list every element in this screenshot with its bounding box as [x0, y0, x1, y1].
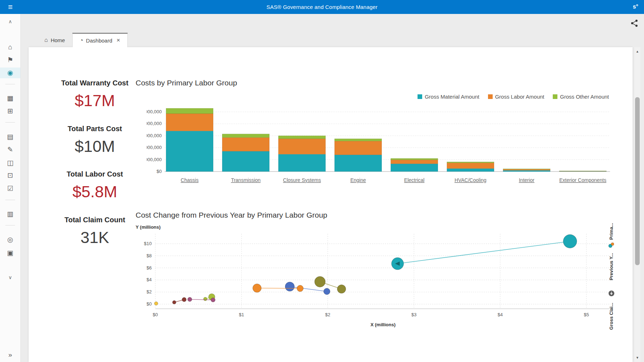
- vertical-scrollbar[interactable]: ▲ ▼: [634, 47, 640, 362]
- bar-segment[interactable]: [391, 160, 438, 164]
- category-label[interactable]: HVAC/Cooling: [454, 177, 486, 183]
- bar-segment[interactable]: [166, 114, 213, 131]
- bubble-closure-systems[interactable]: [324, 288, 330, 295]
- sidebar-item-archive[interactable]: ⊞: [0, 106, 20, 116]
- category-label[interactable]: Transmission: [231, 177, 261, 183]
- tab-dashboard-label: Dashboard: [86, 38, 112, 44]
- tab-dashboard[interactable]: ◔ Dashboard ×: [72, 33, 128, 47]
- y-tick-label: $2,000,000: [147, 145, 162, 150]
- y-tick-label: $4,000,000: [147, 121, 162, 126]
- x-tick-label: $2: [325, 312, 330, 317]
- bubble-hvac-cooling[interactable]: [211, 298, 215, 302]
- sidebar-item-calendar[interactable]: ▦: [0, 93, 20, 104]
- bubble-chart: $0$1$2$3$4$5$0$2$4$6$8$10X (millions): [136, 232, 619, 336]
- bar-segment[interactable]: [166, 131, 213, 172]
- category-label[interactable]: Interior: [519, 177, 535, 183]
- category-label[interactable]: Chassis: [181, 177, 199, 183]
- bubble-interior[interactable]: [182, 297, 186, 302]
- legend-item[interactable]: Gross Labor Amount: [488, 94, 545, 100]
- bar-segment[interactable]: [559, 171, 606, 171]
- bar-segment[interactable]: [447, 162, 494, 163]
- bar-segment[interactable]: [447, 169, 494, 172]
- category-label[interactable]: Closure Systems: [283, 177, 321, 183]
- y-tick-label: $0: [157, 169, 162, 174]
- bubble-chassis[interactable]: [563, 234, 577, 248]
- bar-segment[interactable]: [391, 164, 438, 172]
- profile-icon[interactable]: s°: [633, 0, 638, 14]
- tab-home[interactable]: ⌂ Home: [37, 33, 72, 47]
- y-tick-label: $2: [147, 289, 152, 294]
- y-tick-label: $10: [144, 241, 152, 246]
- bubble-chart-title: Cost Change from Previous Year by Primar…: [136, 211, 327, 219]
- change-connector-line: [257, 288, 300, 288]
- kpi-total-warranty-cost: Total Warranty Cost $17M: [39, 79, 150, 110]
- sidebar-item-edit[interactable]: ✎: [0, 144, 20, 155]
- sidebar-item-copy[interactable]: ◫: [0, 158, 20, 168]
- bar-segment[interactable]: [222, 138, 269, 151]
- sidebar-item-home[interactable]: ⌂: [0, 42, 20, 53]
- bar-segment[interactable]: [222, 134, 269, 138]
- sidebar-item-clipboard[interactable]: ▣: [0, 248, 20, 258]
- category-label[interactable]: Electrical: [404, 177, 425, 183]
- legend-label: Gross Labor Amount: [495, 94, 545, 100]
- scroll-down-icon[interactable]: ▼: [634, 354, 640, 361]
- bar-segment[interactable]: [335, 141, 382, 155]
- bubble-interior[interactable]: [172, 301, 176, 304]
- app-header: ≡ SAS® Governance and Compliance Manager…: [0, 0, 644, 14]
- sidebar-collapse-up-icon[interactable]: ∧: [0, 16, 20, 27]
- bubble-hvac-cooling[interactable]: [187, 297, 192, 302]
- sidebar-more-icon[interactable]: ∨: [0, 272, 20, 283]
- tab-close-icon[interactable]: ×: [117, 37, 120, 44]
- sidebar-item-notebook[interactable]: ▥: [0, 209, 20, 219]
- tab-bar: ⌂ Home ◔ Dashboard ×: [29, 33, 128, 47]
- bar-segment[interactable]: [166, 108, 213, 114]
- bar-segment[interactable]: [335, 155, 382, 172]
- y-tick-label: $4: [147, 277, 152, 282]
- legend-swatch-icon: [418, 94, 422, 99]
- bar-chart-title: Costs by Primary Labor Group: [136, 79, 237, 87]
- bubble-engine[interactable]: [297, 285, 303, 292]
- share-icon[interactable]: [630, 19, 639, 28]
- bar-segment[interactable]: [447, 163, 494, 169]
- bar-segment[interactable]: [503, 170, 550, 172]
- x-tick-label: $3: [411, 312, 416, 317]
- legend-item[interactable]: Gross Material Amount: [418, 94, 479, 100]
- sidebar-item-reports[interactable]: ⚑: [0, 55, 20, 65]
- sidebar-item-dashboard[interactable]: ◉: [0, 68, 20, 78]
- bar-segment[interactable]: [278, 136, 326, 139]
- bar-segment[interactable]: [503, 169, 550, 170]
- x-tick-label: $1: [239, 312, 244, 317]
- category-label[interactable]: Exterior Components: [559, 177, 606, 183]
- sidebar-expand-icon[interactable]: »: [0, 349, 20, 360]
- bar-segment[interactable]: [335, 139, 382, 141]
- scroll-up-icon[interactable]: ▲: [634, 48, 640, 55]
- bar-segment[interactable]: [278, 154, 326, 172]
- bar-segment[interactable]: [278, 139, 326, 154]
- sidebar-item-documents[interactable]: ▤: [0, 132, 20, 142]
- legend-swatch-icon: [488, 94, 493, 99]
- circle-arrow-icon: [608, 290, 615, 298]
- bubble-y-axis-label: Y (millions): [136, 224, 161, 230]
- change-connector-line: [190, 299, 213, 300]
- bar-segment[interactable]: [391, 158, 438, 160]
- bubble-electrical[interactable]: [204, 297, 207, 301]
- sidebar-item-search-document[interactable]: ◎: [0, 234, 20, 245]
- sidebar-item-monitor[interactable]: ⊡: [0, 170, 20, 181]
- bar-segment[interactable]: [503, 169, 550, 169]
- bubble-closure-systems[interactable]: [285, 282, 294, 291]
- bubble-transmission[interactable]: [337, 285, 346, 293]
- bubble-transmission[interactable]: [314, 276, 325, 287]
- legend-item[interactable]: Gross Other Amount: [553, 94, 609, 100]
- y-tick-label: $6: [147, 265, 152, 271]
- category-label[interactable]: Engine: [350, 177, 366, 183]
- bubble-engine[interactable]: [253, 284, 261, 292]
- kpi-value: $10M: [39, 137, 150, 156]
- scrollbar-thumb[interactable]: [635, 97, 640, 265]
- bubble-legend-primary-label: Prima...: [609, 223, 614, 240]
- bar-segment[interactable]: [222, 151, 269, 172]
- sidebar-divider: [5, 122, 15, 123]
- kpi-total-parts-cost: Total Parts Cost $10M: [39, 124, 150, 156]
- sidebar-item-checklist[interactable]: ☑: [0, 183, 20, 194]
- bubble-exterior-components[interactable]: [154, 302, 158, 305]
- app-title: SAS® Governance and Compliance Manager: [0, 0, 644, 14]
